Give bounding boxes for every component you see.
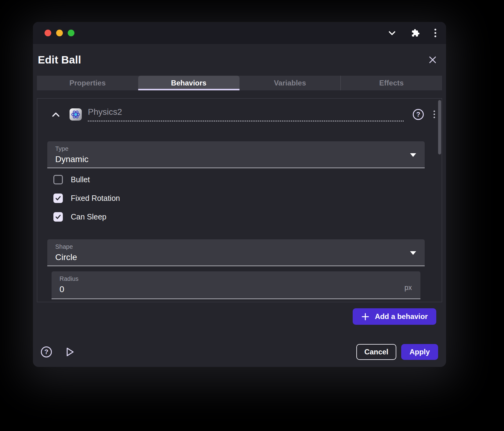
tab-variables[interactable]: Variables [239,76,341,90]
dropdown-arrow-icon [410,251,416,255]
add-behavior-button[interactable]: Add a behavior [353,308,436,325]
behavior-options-kebab-icon[interactable] [432,109,436,119]
bullet-checkbox-label: Bullet [71,175,90,184]
tab-effects[interactable]: Effects [340,76,442,90]
minimize-window-button[interactable] [56,30,63,36]
dialog-footer: ? Cancel Apply [33,337,446,367]
window-titlebar [33,22,446,44]
behaviors-panel: Physics2 ? Type Dynamic Bullet Fixed Rot… [37,98,442,302]
fixed-rotation-checkbox[interactable] [53,194,63,203]
tab-bar: Properties Behaviors Variables Effects [37,76,442,90]
type-value: Dynamic [55,154,417,164]
can-sleep-checkbox[interactable] [53,212,63,222]
chevron-down-icon[interactable] [387,28,397,38]
kebab-menu-icon[interactable] [434,29,436,37]
bullet-checkbox-row[interactable]: Bullet [53,175,90,184]
tab-behaviors[interactable]: Behaviors [138,76,239,90]
fixed-rotation-checkbox-label: Fixed Rotation [71,194,120,203]
can-sleep-checkbox-row[interactable]: Can Sleep [53,212,106,222]
maximize-window-button[interactable] [68,30,74,36]
edit-ball-dialog-window: Edit Ball Properties Behaviors Variables… [33,22,446,367]
page-title: Edit Ball [38,54,81,66]
shape-value: Circle [55,252,417,262]
dropdown-arrow-icon [410,153,416,157]
checkmark-icon [55,213,62,220]
close-dialog-icon[interactable] [428,55,437,65]
add-behavior-label: Add a behavior [375,312,428,321]
traffic-lights [45,30,74,36]
apply-button[interactable]: Apply [401,344,438,360]
radius-label: Radius [59,275,412,282]
radius-unit: px [405,284,412,292]
bullet-checkbox[interactable] [53,175,63,184]
cancel-button[interactable]: Cancel [356,344,396,360]
play-icon[interactable] [65,347,74,357]
shape-label: Shape [55,243,417,250]
scrollbar-thumb[interactable] [438,100,441,154]
type-label: Type [55,145,417,152]
puzzle-extension-icon[interactable] [411,29,420,37]
fixed-rotation-checkbox-row[interactable]: Fixed Rotation [53,194,120,203]
plus-icon [361,313,369,321]
shape-select[interactable]: Shape Circle [47,239,425,266]
checkmark-icon [55,195,62,202]
dialog-header: Edit Ball [33,44,446,76]
type-select[interactable]: Type Dynamic [47,141,425,168]
radius-value: 0 [59,284,412,294]
behavior-name-field[interactable]: Physics2 [88,107,404,121]
chevron-up-icon[interactable] [51,110,61,118]
close-window-button[interactable] [45,30,51,36]
atom-icon [70,108,82,121]
help-icon[interactable]: ? [41,346,52,357]
behavior-help-icon[interactable]: ? [413,109,424,120]
can-sleep-checkbox-label: Can Sleep [71,212,106,221]
tab-properties[interactable]: Properties [37,76,138,90]
behavior-item-header: Physics2 ? [51,107,436,121]
radius-input[interactable]: Radius 0 px [52,271,420,299]
